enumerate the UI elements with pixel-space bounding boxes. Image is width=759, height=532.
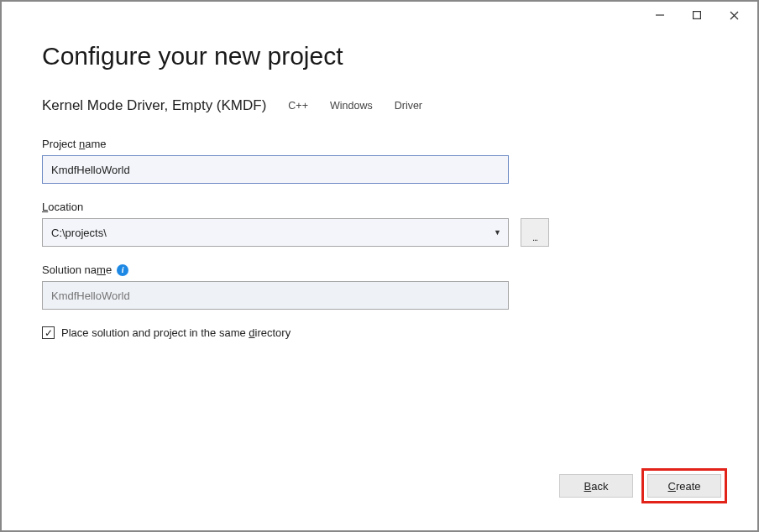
page-title: Configure your new project bbox=[42, 42, 717, 70]
info-icon[interactable]: i bbox=[117, 264, 128, 276]
svg-rect-1 bbox=[694, 12, 701, 19]
solution-name-input bbox=[42, 281, 509, 310]
template-name: Kernel Mode Driver, Empty (KMDF) bbox=[42, 97, 266, 114]
template-row: Kernel Mode Driver, Empty (KMDF) C++ Win… bbox=[42, 97, 717, 114]
tag: C++ bbox=[283, 98, 313, 113]
project-name-input[interactable] bbox=[42, 155, 509, 184]
chevron-down-icon: ▼ bbox=[494, 228, 501, 237]
same-directory-label: Place solution and project in the same d… bbox=[61, 326, 291, 339]
location-combobox[interactable]: C:\projects\ ▼ bbox=[42, 218, 509, 247]
tag: Driver bbox=[390, 98, 427, 113]
maximize-button[interactable] bbox=[678, 3, 715, 27]
browse-button[interactable]: ... bbox=[521, 218, 549, 247]
create-highlight: Create bbox=[641, 468, 727, 503]
location-value: C:\projects\ bbox=[51, 227, 107, 239]
minimize-button[interactable] bbox=[641, 3, 678, 27]
tag: Windows bbox=[325, 98, 378, 113]
location-label: Location bbox=[42, 201, 717, 213]
same-directory-checkbox[interactable]: ✓ bbox=[42, 326, 55, 339]
project-name-label: Project name bbox=[42, 138, 717, 150]
create-button[interactable]: Create bbox=[647, 474, 721, 498]
back-button[interactable]: Back bbox=[559, 474, 633, 498]
solution-name-label: Solution name i bbox=[42, 263, 717, 276]
close-button[interactable] bbox=[715, 3, 752, 27]
